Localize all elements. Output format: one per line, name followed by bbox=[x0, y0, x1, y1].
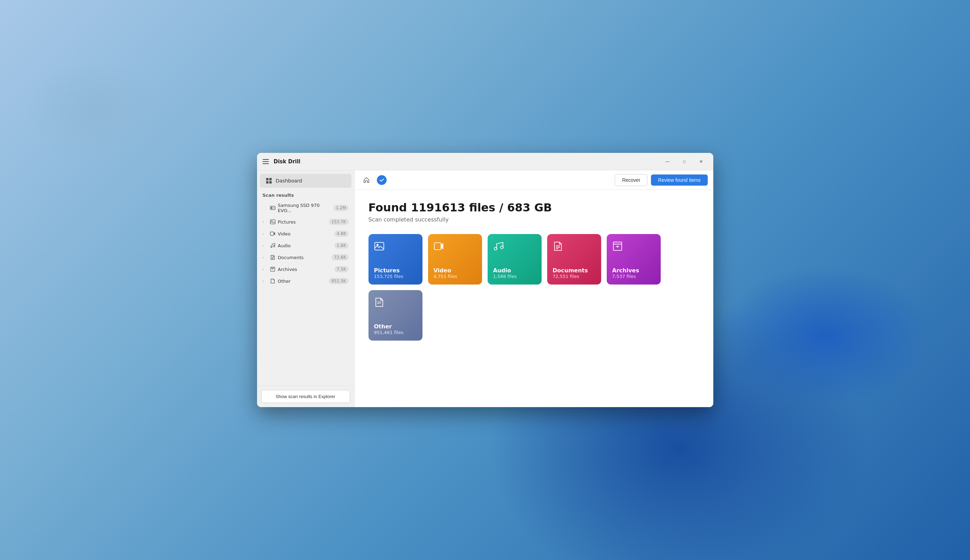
svg-rect-20 bbox=[434, 243, 441, 250]
sidebar-footer: Show scan results in Explorer bbox=[257, 385, 354, 407]
video-card-count: 4,751 files bbox=[433, 274, 477, 279]
archives-card-count: 7,537 files bbox=[612, 274, 655, 279]
pictures-card-label: Pictures bbox=[374, 267, 417, 274]
scan-content: Found 1191613 files / 683 GB Scan comple… bbox=[355, 190, 713, 407]
documents-card-icon bbox=[553, 241, 596, 252]
title-bar-left: Disk Drill bbox=[261, 158, 660, 165]
window-controls: — □ ✕ bbox=[660, 156, 709, 167]
archives-card-icon bbox=[612, 241, 655, 252]
music-icon bbox=[270, 242, 276, 249]
sidebar-item-archives[interactable]: › Archives 7.5K bbox=[257, 263, 354, 275]
card-archives[interactable]: Archives 7,537 files bbox=[607, 234, 661, 285]
svg-rect-5 bbox=[271, 207, 272, 209]
pictures-count: 153.7K bbox=[329, 219, 348, 225]
chevron-icon-video: › bbox=[263, 232, 267, 236]
maximize-button[interactable]: □ bbox=[677, 156, 692, 167]
other-label: Other bbox=[278, 278, 327, 284]
recover-button[interactable]: Recover bbox=[615, 174, 647, 186]
sidebar-item-dashboard[interactable]: Dashboard bbox=[260, 174, 352, 188]
svg-point-10 bbox=[271, 246, 272, 248]
sidebar-item-pictures[interactable]: › Pictures 153.7K bbox=[257, 216, 354, 228]
svg-rect-3 bbox=[269, 181, 272, 183]
pictures-label: Pictures bbox=[278, 219, 327, 225]
card-audio[interactable]: Audio 1,588 files bbox=[488, 234, 542, 285]
sidebar: Dashboard Scan results Samsung SSD 970 E bbox=[257, 170, 355, 407]
archive-icon bbox=[270, 266, 276, 272]
audio-count: 1.6K bbox=[334, 242, 348, 249]
pictures-card-count: 153,725 files bbox=[374, 274, 417, 279]
other-card-info: Other 951,461 files bbox=[374, 323, 417, 335]
video-card-info: Video 4,751 files bbox=[433, 267, 477, 279]
sidebar-item-video[interactable]: › Video 4.8K bbox=[257, 228, 354, 240]
other-count: 951.5K bbox=[329, 278, 348, 284]
scan-heading: Found 1191613 files / 683 GB bbox=[368, 201, 699, 214]
dashboard-label: Dashboard bbox=[276, 178, 302, 183]
archives-card-info: Archives 7,537 files bbox=[612, 267, 655, 279]
audio-card-label: Audio bbox=[493, 267, 536, 274]
svg-rect-16 bbox=[271, 268, 275, 271]
audio-card-count: 1,588 files bbox=[493, 274, 536, 279]
audio-card-icon bbox=[493, 241, 536, 252]
video-card-icon bbox=[433, 241, 477, 252]
documents-card-label: Documents bbox=[553, 267, 596, 274]
show-explorer-button[interactable]: Show scan results in Explorer bbox=[261, 390, 350, 403]
chevron-icon-other: › bbox=[263, 279, 267, 283]
svg-rect-1 bbox=[269, 178, 272, 180]
card-video[interactable]: Video 4,751 files bbox=[428, 234, 482, 285]
other-card-icon bbox=[374, 297, 417, 308]
chevron-icon-pictures: › bbox=[263, 220, 267, 224]
close-button[interactable]: ✕ bbox=[693, 156, 709, 167]
main-content: Dashboard Scan results Samsung SSD 970 E bbox=[257, 170, 713, 407]
svg-point-19 bbox=[377, 244, 378, 246]
home-button[interactable] bbox=[360, 174, 373, 186]
archives-count: 7.5K bbox=[334, 266, 348, 272]
documents-label: Documents bbox=[278, 255, 330, 260]
minimize-button[interactable]: — bbox=[660, 156, 676, 167]
video-icon bbox=[270, 230, 276, 237]
app-window: Disk Drill — □ ✕ bbox=[257, 153, 713, 407]
svg-rect-18 bbox=[375, 242, 384, 250]
document-icon bbox=[270, 254, 276, 260]
scan-subheading: Scan completed successfully bbox=[368, 216, 699, 223]
audio-card-info: Audio 1,588 files bbox=[493, 267, 536, 279]
sidebar-nav: Dashboard Scan results Samsung SSD 970 E bbox=[257, 170, 354, 385]
image-icon bbox=[270, 219, 276, 225]
app-title: Disk Drill bbox=[274, 158, 301, 165]
svg-rect-2 bbox=[266, 181, 268, 183]
chevron-icon-audio: › bbox=[263, 244, 267, 248]
toolbar-right: Recover Review found items bbox=[615, 174, 707, 186]
card-other[interactable]: Other 951,461 files bbox=[368, 290, 422, 341]
other-card-label: Other bbox=[374, 323, 417, 330]
video-card-label: Video bbox=[433, 267, 477, 274]
pictures-card-icon bbox=[374, 241, 417, 252]
video-label: Video bbox=[278, 231, 332, 237]
samsung-ssd-label: Samsung SSD 970 EVO... bbox=[278, 203, 332, 213]
documents-card-info: Documents 72,551 files bbox=[553, 267, 596, 279]
audio-label: Audio bbox=[278, 243, 332, 248]
chevron-icon-documents: › bbox=[263, 256, 267, 260]
hamburger-menu-button[interactable] bbox=[261, 158, 270, 165]
file-type-cards: Pictures 153,725 files bbox=[368, 234, 699, 341]
svg-point-8 bbox=[271, 220, 272, 222]
sidebar-item-samsung-ssd[interactable]: Samsung SSD 970 EVO... 1.2M bbox=[257, 200, 354, 216]
svg-point-11 bbox=[273, 245, 275, 247]
pictures-card-info: Pictures 153,725 files bbox=[374, 267, 417, 279]
card-pictures[interactable]: Pictures 153,725 files bbox=[368, 234, 422, 285]
documents-card-count: 72,551 files bbox=[553, 274, 596, 279]
samsung-ssd-count: 1.2M bbox=[333, 205, 348, 211]
sidebar-item-other[interactable]: › Other 951.5K bbox=[257, 275, 354, 287]
review-found-items-button[interactable]: Review found items bbox=[651, 175, 707, 186]
other-card-count: 951,461 files bbox=[374, 330, 417, 335]
dashboard-icon bbox=[265, 177, 272, 184]
svg-point-6 bbox=[273, 208, 274, 208]
card-documents[interactable]: Documents 72,551 files bbox=[547, 234, 601, 285]
archives-label: Archives bbox=[278, 267, 332, 272]
title-bar: Disk Drill — □ ✕ bbox=[257, 153, 713, 170]
archives-card-label: Archives bbox=[612, 267, 655, 274]
sidebar-item-audio[interactable]: › Audio 1.6K bbox=[257, 240, 354, 252]
sidebar-item-documents[interactable]: › Documents 72.6K bbox=[257, 252, 354, 263]
drive-icon bbox=[270, 205, 276, 211]
svg-rect-0 bbox=[266, 178, 268, 180]
content-panel: Recover Review found items Found 1191613… bbox=[355, 170, 713, 407]
video-count: 4.8K bbox=[334, 230, 348, 237]
